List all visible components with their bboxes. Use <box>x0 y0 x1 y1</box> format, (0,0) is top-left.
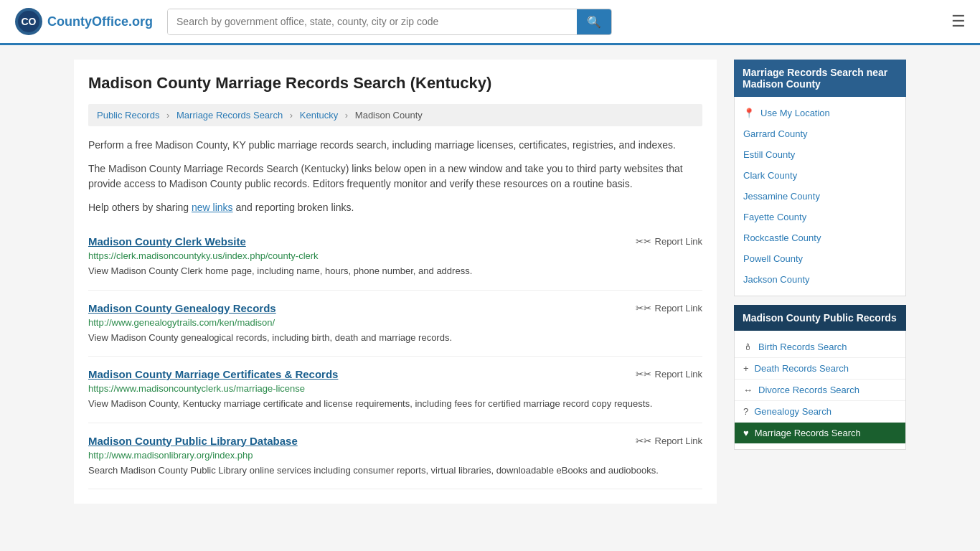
death-icon: + <box>743 363 749 374</box>
scissors-icon: ✂ <box>636 303 651 314</box>
report-link[interactable]: ✂ Report Link <box>636 303 702 314</box>
site-logo[interactable]: CO CountyOffice.org <box>14 7 153 36</box>
sidebar: Marriage Records Search near Madison Cou… <box>734 60 906 504</box>
sidebar-county-garrard[interactable]: Garrard County <box>735 123 905 144</box>
result-desc: View Madison County Clerk home page, inc… <box>88 264 702 278</box>
genealogy-icon: ? <box>743 406 748 417</box>
result-url[interactable]: https://www.madisoncountyclerk.us/marria… <box>88 383 702 394</box>
description-2: The Madison County Marriage Records Sear… <box>88 161 702 192</box>
search-bar: 🔍 <box>167 9 612 35</box>
result-header: Madison County Clerk Website ✂ Report Li… <box>88 235 702 248</box>
result-url[interactable]: http://www.genealogytrails.com/ken/madis… <box>88 317 702 328</box>
scissors-icon: ✂ <box>636 369 651 380</box>
sidebar-county-jackson[interactable]: Jackson County <box>735 269 905 290</box>
report-link[interactable]: ✂ Report Link <box>636 369 702 380</box>
new-links[interactable]: new links <box>192 202 233 213</box>
sidebar-divorce-records[interactable]: ↔ Divorce Records Search <box>735 380 905 401</box>
divorce-icon: ↔ <box>743 385 753 395</box>
search-button[interactable]: 🔍 <box>577 9 611 34</box>
logo-icon: CO <box>14 7 43 36</box>
sidebar-county-estill[interactable]: Estill County <box>735 144 905 165</box>
breadcrumb-current: Madison County <box>355 110 423 121</box>
sidebar-county-rockcastle[interactable]: Rockcastle County <box>735 227 905 248</box>
sidebar-nearby-section: Marriage Records Search near Madison Cou… <box>734 60 906 296</box>
scissors-icon: ✂ <box>636 236 651 247</box>
breadcrumb-marriage-records[interactable]: Marriage Records Search <box>176 110 283 121</box>
sidebar-marriage-records[interactable]: ♥ Marriage Records Search <box>735 423 905 443</box>
sidebar-county-jessamine[interactable]: Jessamine County <box>735 186 905 207</box>
breadcrumb: Public Records › Marriage Records Search… <box>88 104 702 126</box>
site-header: CO CountyOffice.org 🔍 ☰ <box>0 0 980 45</box>
result-item: Madison County Genealogy Records ✂ Repor… <box>88 291 702 357</box>
result-desc: Search Madison County Public Library onl… <box>88 463 702 478</box>
sidebar-use-my-location[interactable]: 📍 Use My Location <box>735 103 905 123</box>
scissors-icon: ✂ <box>636 435 651 446</box>
report-link[interactable]: ✂ Report Link <box>636 236 702 247</box>
report-link[interactable]: ✂ Report Link <box>636 435 702 446</box>
breadcrumb-sep-1: › <box>166 110 169 121</box>
result-title[interactable]: Madison County Genealogy Records <box>88 302 276 314</box>
sidebar-public-records-section: Madison County Public Records 🕯 Birth Re… <box>734 305 906 450</box>
sidebar-nearby-header: Marriage Records Search near Madison Cou… <box>734 60 906 97</box>
result-item: Madison County Public Library Database ✂… <box>88 423 702 490</box>
breadcrumb-kentucky[interactable]: Kentucky <box>300 110 338 121</box>
result-url[interactable]: https://clerk.madisoncountyky.us/index.p… <box>88 250 702 261</box>
sidebar-public-records-links: 🕯 Birth Records Search + Death Records S… <box>734 331 906 450</box>
result-header: Madison County Genealogy Records ✂ Repor… <box>88 302 702 314</box>
result-title[interactable]: Madison County Clerk Website <box>88 235 246 248</box>
birth-icon: 🕯 <box>743 342 753 352</box>
result-header: Madison County Public Library Database ✂… <box>88 435 702 447</box>
breadcrumb-sep-2: › <box>290 110 293 121</box>
results-list: Madison County Clerk Website ✂ Report Li… <box>88 224 702 489</box>
marriage-icon: ♥ <box>743 428 749 438</box>
sidebar-death-records[interactable]: + Death Records Search <box>735 358 905 380</box>
result-title[interactable]: Madison County Public Library Database <box>88 435 298 447</box>
sidebar-genealogy[interactable]: ? Genealogy Search <box>735 401 905 423</box>
sidebar-county-fayette[interactable]: Fayette County <box>735 207 905 227</box>
breadcrumb-public-records[interactable]: Public Records <box>97 110 159 121</box>
result-item: Madison County Marriage Certificates & R… <box>88 357 702 423</box>
sidebar-county-clark[interactable]: Clark County <box>735 165 905 186</box>
menu-button[interactable]: ☰ <box>951 12 966 31</box>
result-desc: View Madison County genealogical records… <box>88 331 702 345</box>
breadcrumb-sep-3: › <box>345 110 348 121</box>
sidebar-county-powell[interactable]: Powell County <box>735 248 905 269</box>
main-layout: Madison County Marriage Records Search (… <box>60 45 920 518</box>
search-input[interactable] <box>168 9 577 34</box>
description-1: Perform a free Madison County, KY public… <box>88 138 702 153</box>
desc3-suffix: and reporting broken links. <box>233 202 354 213</box>
result-header: Madison County Marriage Certificates & R… <box>88 368 702 380</box>
desc3-prefix: Help others by sharing <box>88 202 192 213</box>
result-url[interactable]: http://www.madisonlibrary.org/index.php <box>88 450 702 461</box>
sidebar-public-records-header: Madison County Public Records <box>734 305 906 331</box>
sidebar-nearby-links: 📍 Use My Location Garrard County Estill … <box>734 97 906 296</box>
sidebar-birth-records[interactable]: 🕯 Birth Records Search <box>735 336 905 358</box>
page-title: Madison County Marriage Records Search (… <box>88 74 702 93</box>
result-item: Madison County Clerk Website ✂ Report Li… <box>88 224 702 291</box>
location-icon: 📍 <box>743 108 755 118</box>
main-content: Madison County Marriage Records Search (… <box>74 60 717 504</box>
result-desc: View Madison County, Kentucky marriage c… <box>88 397 702 411</box>
description-3: Help others by sharing new links and rep… <box>88 200 702 215</box>
result-title[interactable]: Madison County Marriage Certificates & R… <box>88 368 338 380</box>
logo-text: CountyOffice.org <box>47 14 153 29</box>
svg-text:CO: CO <box>22 16 37 27</box>
